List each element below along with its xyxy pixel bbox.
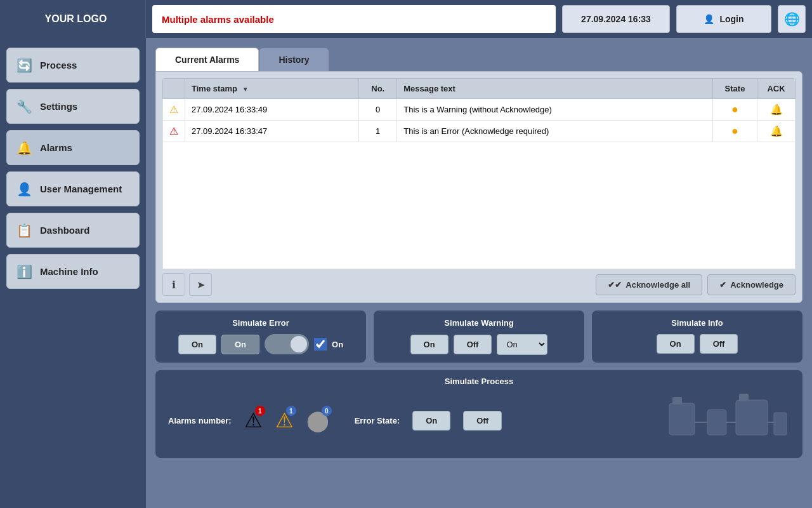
process-icon: 🔄 bbox=[16, 58, 32, 73]
sidebar-item-user-management-label: User Management bbox=[40, 184, 122, 194]
col-ack-header: ACK bbox=[757, 79, 796, 99]
info-badge: ⬤ 0 bbox=[306, 408, 329, 432]
tab-current-alarms[interactable]: Current Alarms bbox=[155, 48, 259, 71]
simulate-process-title: Simulate Process bbox=[155, 377, 802, 386]
warning-badge-count: 1 bbox=[286, 406, 296, 416]
globe-icon: 🌐 bbox=[784, 11, 800, 27]
settings-icon: 🔧 bbox=[16, 99, 32, 114]
ack-checkmark-icon: ✔ bbox=[719, 280, 726, 290]
error-triangle-icon: ⚠ bbox=[169, 126, 178, 137]
tab-current-alarms-label: Current Alarms bbox=[175, 55, 239, 65]
row1-no: 0 bbox=[376, 105, 380, 114]
simulate-error-controls: On On On bbox=[163, 334, 358, 354]
simulate-error-checkbox-label: On bbox=[332, 340, 343, 349]
error-badge-count: 1 bbox=[255, 406, 265, 416]
simulate-process-on-label: On bbox=[426, 416, 437, 425]
simulate-process-off-label: Off bbox=[476, 416, 488, 425]
sidebar-item-dashboard-label: Dashboard bbox=[40, 225, 89, 236]
simulate-info-panel: Simulate Info On Off bbox=[592, 311, 802, 363]
simulate-error-toggle-button[interactable]: On bbox=[221, 335, 259, 354]
acknowledge-button[interactable]: ✔ Acknowledge bbox=[707, 274, 796, 295]
row1-state-cell: ● bbox=[713, 99, 757, 121]
simulate-error-title: Simulate Error bbox=[163, 318, 358, 328]
language-button[interactable]: 🌐 bbox=[778, 5, 806, 33]
table-left-buttons: ℹ ➤ bbox=[162, 273, 212, 296]
row2-no-cell: 1 bbox=[359, 121, 397, 142]
row2-icon-cell: ⚠ bbox=[163, 121, 185, 142]
sidebar-item-process[interactable]: 🔄 Process bbox=[6, 48, 140, 83]
state-dot-icon: ● bbox=[731, 103, 738, 116]
simulate-info-controls: On Off bbox=[599, 334, 795, 354]
simulate-info-on-button[interactable]: On bbox=[657, 334, 695, 354]
row2-no: 1 bbox=[376, 126, 380, 136]
simulate-warning-panel: Simulate Warning On Off On Off bbox=[374, 311, 584, 363]
col-no-header: No. bbox=[359, 79, 397, 99]
row2-timestamp-cell: 27.09.2024 16:33:47 bbox=[185, 121, 359, 142]
svg-rect-5 bbox=[739, 394, 749, 401]
sidebar-item-settings-label: Settings bbox=[40, 101, 77, 112]
sidebar-item-alarms[interactable]: 🔔 Alarms bbox=[6, 130, 140, 165]
datetime-value: 27.09.2024 16:33 bbox=[581, 14, 651, 24]
alarms-number-label: Alarms number: bbox=[168, 416, 232, 425]
info-badge-count: 0 bbox=[322, 406, 332, 416]
alarm-panel: Time stamp ▼ No. Message text State bbox=[155, 71, 802, 303]
warning-badge: ⚠ 1 bbox=[275, 408, 294, 432]
user-icon: 👤 bbox=[704, 14, 714, 24]
simulate-warning-off-label: Off bbox=[467, 340, 479, 349]
tab-history[interactable]: History bbox=[259, 48, 329, 71]
acknowledge-all-button[interactable]: ✔✔ Acknowledge all bbox=[596, 274, 702, 295]
alarm-banner: Multiple alarms available bbox=[152, 5, 556, 33]
header: YOUR LOGO Multiple alarms available 27.0… bbox=[0, 0, 812, 38]
user-management-icon: 👤 bbox=[16, 182, 32, 197]
sidebar-item-user-management[interactable]: 👤 User Management bbox=[6, 171, 140, 206]
row1-icon-cell: ⚠ bbox=[163, 99, 185, 121]
svg-rect-0 bbox=[669, 403, 695, 435]
simulate-info-title: Simulate Info bbox=[599, 318, 795, 328]
timestamp-header-label: Time stamp bbox=[192, 84, 237, 93]
toggle-knob bbox=[291, 336, 307, 352]
logo-text: YOUR LOGO bbox=[45, 13, 107, 25]
simulate-error-checkbox[interactable] bbox=[314, 338, 327, 351]
row1-message-cell: This is a Warning (without Acknowledge) bbox=[397, 99, 713, 121]
ack-header-label: ACK bbox=[767, 84, 785, 93]
datetime-display: 27.09.2024 16:33 bbox=[562, 5, 670, 33]
sidebar-item-dashboard[interactable]: 📋 Dashboard bbox=[6, 213, 140, 248]
sidebar-item-settings[interactable]: 🔧 Settings bbox=[6, 89, 140, 124]
simulate-info-off-button[interactable]: Off bbox=[700, 334, 738, 354]
tab-history-label: History bbox=[278, 55, 309, 65]
alarms-icon: 🔔 bbox=[16, 140, 32, 156]
simulate-error-toggle-label: On bbox=[235, 340, 246, 349]
svg-rect-4 bbox=[672, 397, 682, 404]
simulate-warning-off-button[interactable]: Off bbox=[454, 335, 492, 354]
sidebar-item-machine-info-label: Machine Info bbox=[40, 266, 98, 277]
sidebar-item-machine-info[interactable]: ℹ️ Machine Info bbox=[6, 254, 140, 289]
ack-all-label: Acknowledge all bbox=[625, 280, 690, 290]
simulate-error-panel: Simulate Error On On On bbox=[155, 311, 366, 363]
alarm-table: Time stamp ▼ No. Message text State bbox=[162, 78, 796, 142]
info-icon: ℹ bbox=[172, 279, 176, 291]
ack-all-checkmark-icon: ✔✔ bbox=[608, 280, 622, 290]
simulate-error-toggle-switch[interactable] bbox=[265, 334, 309, 354]
share-button[interactable]: ➤ bbox=[189, 273, 212, 296]
col-state-header: State bbox=[713, 79, 757, 99]
ack-bell-empty-icon: 🔔 bbox=[770, 104, 783, 115]
table-row: ⚠ 27.09.2024 16:33:49 0 This is a Warnin… bbox=[163, 99, 796, 121]
body-layout: 🔄 Process 🔧 Settings 🔔 Alarms 👤 User Man… bbox=[0, 38, 812, 508]
share-icon: ➤ bbox=[197, 279, 205, 291]
simulate-process-on-button[interactable]: On bbox=[412, 411, 450, 431]
login-label: Login bbox=[719, 14, 743, 24]
simulate-error-on-button[interactable]: On bbox=[178, 335, 216, 354]
simulate-process-panel: Simulate Process Alarms number: ⚠ 1 ⚠ 1 … bbox=[155, 370, 802, 458]
table-actions: ℹ ➤ ✔✔ Acknowledge all ✔ Acknowledge bbox=[162, 273, 796, 296]
sort-arrow: ▼ bbox=[242, 86, 249, 93]
simulate-process-off-button[interactable]: Off bbox=[463, 411, 502, 431]
simulate-warning-on-button[interactable]: On bbox=[410, 335, 449, 354]
info-button[interactable]: ℹ bbox=[162, 273, 185, 296]
simulate-warning-select[interactable]: On Off bbox=[497, 334, 547, 355]
process-illustration bbox=[663, 391, 790, 450]
login-button[interactable]: 👤 Login bbox=[676, 5, 771, 33]
table-empty-area bbox=[162, 142, 796, 269]
row2-message: This is an Error (Acknowledge required) bbox=[403, 126, 549, 136]
row1-message: This is a Warning (without Acknowledge) bbox=[403, 105, 552, 114]
simulate-info-off-label: Off bbox=[713, 339, 725, 349]
